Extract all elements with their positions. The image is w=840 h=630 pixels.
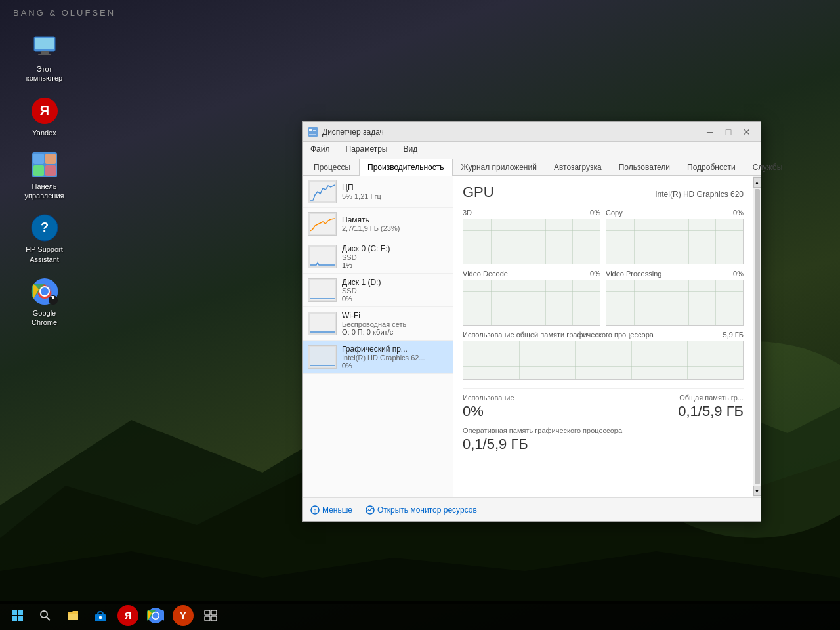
process-item-cpu[interactable]: ЦП 5% 1,21 Ггц: [303, 176, 453, 208]
yandex-browser-taskbar-button[interactable]: Y: [171, 603, 196, 628]
desktop-icon-computer[interactable]: Этоткомпьютер: [20, 33, 69, 83]
menu-bar: Файл Параметры Вид: [303, 142, 761, 156]
svg-rect-14: [45, 165, 56, 176]
start-button[interactable]: [5, 603, 30, 628]
computer-icon-label: Этоткомпьютер: [26, 64, 62, 83]
folder-icon: [66, 610, 79, 621]
chrome-taskbar-button[interactable]: [143, 603, 168, 628]
svg-rect-11: [33, 154, 44, 164]
cpu-sub: 5% 1,21 Ггц: [342, 192, 448, 200]
maximize-button[interactable]: □: [720, 125, 737, 138]
gpu-stats-row: Использование 0% Общая память гр... 0,1/…: [463, 388, 744, 420]
svg-rect-35: [310, 347, 335, 367]
wifi-thumbnail: [308, 312, 337, 335]
tab-startup[interactable]: Автозагрузка: [545, 159, 610, 175]
window-title: Диспетчер задач: [308, 127, 384, 137]
yandex-taskbar-button[interactable]: Я: [116, 603, 140, 628]
process-item-disk0[interactable]: Диск 0 (C: F:) SSD 1%: [303, 240, 453, 274]
gpu-charts-bottom: Video Decode 0%: [463, 270, 744, 326]
wifi-sub: Беспроводная сеть: [342, 320, 448, 328]
gpu-vram-value: 0,1/5,9 ГБ: [463, 436, 744, 453]
process-item-memory[interactable]: Память 2,7/11,9 ГБ (23%): [303, 208, 453, 240]
disk1-sub: SSD: [342, 287, 448, 295]
disk1-thumbnail: [308, 278, 337, 302]
taskmanager-title-icon: [308, 127, 318, 137]
svg-text:Я: Я: [39, 103, 49, 117]
gpu-videodecode-block: Video Decode 0%: [463, 270, 600, 326]
desktop-icon-hp-support[interactable]: ? HP SupportAssistant: [20, 213, 69, 264]
gpu-usage-label: Использование: [463, 394, 603, 402]
menu-file[interactable]: Файл: [308, 143, 333, 155]
open-resource-monitor-button[interactable]: Открыть монитор ресурсов: [366, 505, 477, 514]
process-item-disk1[interactable]: Диск 1 (D:) SSD 0%: [303, 274, 453, 307]
hp-support-icon: ?: [30, 213, 59, 242]
process-item-wifi[interactable]: Wi-Fi Беспроводная сеть О: 0 П: 0 кбит/с: [303, 307, 453, 341]
gpu-total-memory-label: Общая память гр...: [603, 394, 744, 402]
chrome-icon: [30, 277, 59, 306]
tab-processes[interactable]: Процессы: [305, 159, 359, 175]
scroll-thumb[interactable]: [755, 189, 760, 484]
main-body: ЦП 5% 1,21 Ггц Память 2,7/11,9 ГБ (23%): [303, 176, 761, 497]
cpu-name: ЦП: [342, 183, 448, 192]
gpu-videoprocessing-graph: [606, 280, 744, 326]
chrome-icon-label: GoogleChrome: [32, 308, 57, 327]
tab-app-history[interactable]: Журнал приложений: [453, 159, 545, 175]
gpu-videodecode-graph: [463, 280, 600, 326]
wifi-info: Wi-Fi Беспроводная сеть О: 0 П: 0 кбит/с: [342, 311, 448, 336]
gpu-usage-stat: Использование 0%: [463, 394, 603, 420]
memory-thumbnail: [308, 212, 337, 236]
gpu-videodecode-label: Video Decode 0%: [463, 270, 600, 278]
search-icon: [39, 610, 51, 621]
gpu-memory-label: Использование общей памяти графического …: [463, 331, 744, 339]
file-explorer-button[interactable]: [60, 603, 85, 628]
gpu-thumbnail: [308, 345, 337, 369]
yandex-icon: Я: [30, 96, 59, 125]
tab-performance[interactable]: Производительность: [359, 159, 452, 176]
desktop-icon-control-panel[interactable]: Панельуправления: [20, 150, 69, 201]
gpu-detail-panel: GPU Intel(R) HD Graphics 620 3D 0%: [453, 176, 753, 497]
svg-rect-12: [45, 154, 56, 164]
tab-details[interactable]: Подробности: [679, 159, 744, 175]
gpu-copy-label: Copy 0%: [606, 209, 744, 217]
svg-rect-29: [309, 134, 316, 135]
store-button[interactable]: [88, 603, 113, 628]
process-item-gpu[interactable]: Графический пр... Intel(R) HD Graphics 6…: [303, 341, 453, 374]
svg-rect-52: [205, 616, 210, 621]
tab-services[interactable]: Службы: [744, 159, 791, 175]
close-button[interactable]: ✕: [738, 125, 755, 138]
menu-settings[interactable]: Параметры: [343, 143, 390, 155]
gpu-title: GPU: [463, 184, 494, 201]
scroll-down-button[interactable]: ▼: [753, 486, 761, 496]
gpu-info: Графический пр... Intel(R) HD Graphics 6…: [342, 345, 448, 369]
minimize-button[interactable]: ─: [702, 125, 719, 138]
svg-rect-51: [211, 610, 217, 615]
disk1-info: Диск 1 (D:) SSD 0%: [342, 278, 448, 303]
search-button[interactable]: [33, 603, 58, 628]
tab-users[interactable]: Пользователи: [610, 159, 679, 175]
menu-view[interactable]: Вид: [400, 143, 420, 155]
computer-icon: [30, 33, 59, 62]
windows-logo-icon: [12, 610, 24, 621]
scroll-up-button[interactable]: ▲: [753, 177, 761, 188]
task-view-button[interactable]: [198, 603, 223, 628]
svg-rect-40: [18, 610, 23, 615]
gpu-total-memory-stat: Общая память гр... 0,1/5,9 ГБ: [603, 394, 744, 420]
gpu-videoprocessing-label: Video Processing 0%: [606, 270, 744, 278]
desktop-icon-yandex[interactable]: Я Yandex: [20, 96, 69, 137]
desktop-icon-area: Этоткомпьютер Я Yandex: [20, 33, 69, 327]
svg-rect-13: [33, 165, 44, 176]
memory-sub: 2,7/11,9 ГБ (23%): [342, 224, 448, 232]
control-panel-icon: [30, 150, 59, 179]
yandex-taskbar-icon: Я: [117, 605, 138, 626]
svg-rect-5: [35, 38, 54, 49]
tab-bar: Процессы Производительность Журнал прило…: [303, 156, 761, 176]
less-button[interactable]: ↑ Меньше: [310, 505, 352, 514]
svg-point-49: [153, 613, 159, 619]
gpu-header: GPU Intel(R) HD Graphics 620: [463, 184, 744, 201]
window-controls: ─ □ ✕: [702, 125, 755, 138]
monitor-icon: [366, 505, 375, 514]
svg-rect-31: [310, 214, 335, 234]
memory-info: Память 2,7/11,9 ГБ (23%): [342, 215, 448, 232]
desktop-icon-chrome[interactable]: GoogleChrome: [20, 277, 69, 327]
cpu-info: ЦП 5% 1,21 Ггц: [342, 183, 448, 200]
